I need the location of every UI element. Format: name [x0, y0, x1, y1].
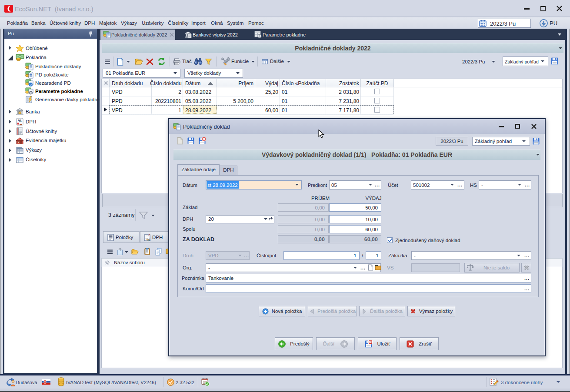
svg-text:%: %	[18, 119, 21, 123]
svg-text:%: %	[147, 237, 150, 242]
svg-text:?: ?	[30, 83, 32, 87]
